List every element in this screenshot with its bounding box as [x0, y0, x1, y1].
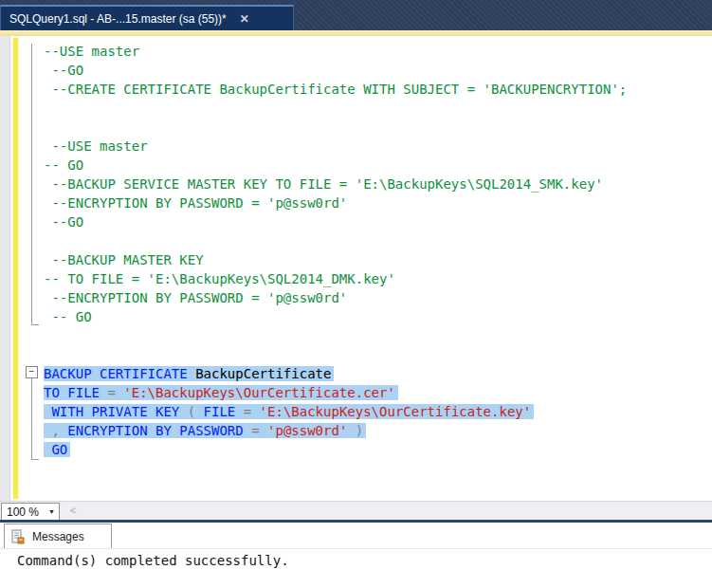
- change-tracking-bar: [13, 38, 18, 499]
- code-line[interactable]: [44, 459, 707, 478]
- code-area[interactable]: --USE master --GO --CREATE CERTIFICATE B…: [44, 42, 707, 497]
- code-line[interactable]: --CREATE CERTIFICATE BackupCertificate W…: [44, 80, 707, 99]
- close-icon[interactable]: ✕: [236, 12, 253, 26]
- code-token: ENCRYPTION BY PASSWORD: [67, 423, 251, 438]
- horizontal-scrollbar[interactable]: [82, 503, 712, 520]
- document-tab-title: SQLQuery1.sql - AB-...15.master (sa (55)…: [1, 12, 227, 26]
- indicator-margin: [0, 36, 10, 501]
- chevron-down-icon: ▼: [48, 508, 59, 515]
- code-line[interactable]: --ENCRYPTION BY PASSWORD = 'p@ssw0rd': [44, 288, 707, 307]
- code-line[interactable]: --ENCRYPTION BY PASSWORD = 'p@ssw0rd': [44, 193, 707, 212]
- scroll-left-arrow-icon[interactable]: <: [66, 504, 80, 518]
- messages-icon: [10, 529, 26, 544]
- code-token: BACKUP CERTIFICATE: [44, 366, 195, 381]
- code-token: ): [347, 423, 363, 438]
- editor-bottom-bar: 100 % ▼ <: [0, 501, 712, 521]
- code-token: GO: [44, 442, 67, 457]
- code-line[interactable]: --USE master: [44, 42, 707, 61]
- code-token: --BACKUP SERVICE MASTER KEY TO FILE = 'E…: [44, 176, 603, 192]
- code-line[interactable]: WITH PRIVATE KEY ( FILE = 'E:\BackupKeys…: [44, 402, 707, 421]
- zoom-dropdown[interactable]: 100 % ▼: [1, 503, 60, 521]
- code-line[interactable]: GO: [44, 440, 707, 459]
- code-line[interactable]: [44, 326, 707, 345]
- code-token: 'E:\BackupKeys\OurCertificate.cer': [123, 385, 395, 400]
- code-line[interactable]: [44, 345, 707, 364]
- code-line[interactable]: -- GO: [44, 156, 707, 175]
- document-tab-bar: SQLQuery1.sql - AB-...15.master (sa (55)…: [0, 0, 712, 30]
- code-token: BackupCertificate: [195, 366, 331, 381]
- collapse-toggle-icon[interactable]: −: [26, 366, 38, 378]
- code-token: --ENCRYPTION BY PASSWORD = 'p@ssw0rd': [44, 290, 347, 305]
- code-token: --CREATE CERTIFICATE BackupCertificate W…: [44, 82, 627, 97]
- code-token: -- GO: [44, 309, 92, 324]
- code-line[interactable]: BACKUP CERTIFICATE BackupCertificate: [44, 364, 707, 383]
- code-token: WITH PRIVATE KEY: [44, 404, 188, 419]
- code-token: --GO: [44, 214, 83, 230]
- code-line[interactable]: [44, 478, 707, 497]
- code-token: TO FILE: [44, 385, 107, 400]
- code-line[interactable]: --BACKUP SERVICE MASTER KEY TO FILE = 'E…: [44, 175, 707, 193]
- code-line[interactable]: --GO: [44, 212, 707, 231]
- tab-messages[interactable]: Messages: [4, 524, 112, 548]
- code-token: -- GO: [44, 157, 83, 173]
- code-token: --BACKUP MASTER KEY: [44, 252, 204, 267]
- code-token: ,: [44, 423, 67, 438]
- code-token: FILE: [204, 404, 244, 419]
- code-token: --USE master: [44, 44, 139, 59]
- document-tab[interactable]: SQLQuery1.sql - AB-...15.master (sa (55)…: [0, 5, 294, 30]
- messages-tab-label: Messages: [32, 530, 84, 543]
- code-line[interactable]: [44, 231, 707, 250]
- code-token: -- TO FILE = 'E:\BackupKeys\SQL2014_DMK.…: [44, 271, 395, 286]
- code-token: (: [188, 404, 204, 419]
- messages-tab-strip: Messages: [0, 523, 712, 549]
- code-token: =: [244, 404, 260, 419]
- code-line[interactable]: [44, 99, 707, 118]
- code-line[interactable]: --BACKUP MASTER KEY: [44, 250, 707, 269]
- ssms-window: SQLQuery1.sql - AB-...15.master (sa (55)…: [0, 0, 712, 588]
- code-line[interactable]: -- GO: [44, 307, 707, 326]
- code-token: --GO: [44, 63, 83, 78]
- outline-block-line: [31, 378, 39, 460]
- code-token: --USE master: [44, 138, 148, 154]
- code-line[interactable]: [44, 118, 707, 137]
- code-line[interactable]: --GO: [44, 61, 707, 80]
- code-token: 'p@ssw0rd': [267, 423, 347, 438]
- code-line[interactable]: --USE master: [44, 137, 707, 156]
- messages-pane: Messages Command(s) completed successful…: [0, 523, 712, 588]
- code-line[interactable]: , ENCRYPTION BY PASSWORD = 'p@ssw0rd' ): [44, 421, 707, 440]
- code-line[interactable]: TO FILE = 'E:\BackupKeys\OurCertificate.…: [44, 383, 707, 402]
- code-token: 'E:\BackupKeys\OurCertificate.key': [260, 404, 532, 419]
- outline-region-line: [31, 44, 39, 325]
- zoom-value: 100 %: [2, 505, 48, 519]
- code-token: =: [107, 385, 123, 400]
- code-line[interactable]: -- TO FILE = 'E:\BackupKeys\SQL2014_DMK.…: [44, 269, 707, 288]
- messages-output: Command(s) completed successfully.: [17, 553, 289, 568]
- code-token: --ENCRYPTION BY PASSWORD = 'p@ssw0rd': [44, 195, 347, 211]
- code-token: =: [251, 423, 267, 438]
- sql-editor[interactable]: − --USE master --GO --CREATE CERTIFICATE…: [0, 36, 712, 501]
